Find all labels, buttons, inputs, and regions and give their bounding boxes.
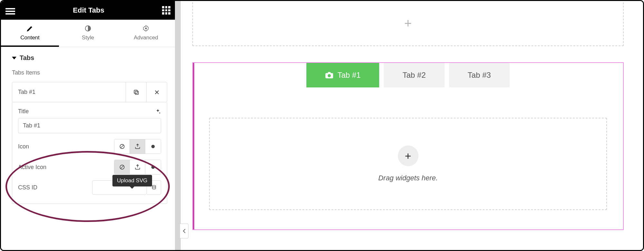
remove-button[interactable] (146, 82, 167, 102)
icon-upload-button[interactable] (130, 139, 145, 154)
active-icon-label: Active Icon (18, 164, 68, 171)
svg-point-7 (151, 166, 155, 169)
section-tabs[interactable]: Tabs (12, 54, 167, 62)
upload-icon (134, 143, 141, 150)
svg-rect-2 (135, 91, 138, 94)
panel-header: Edit Tabs (1, 1, 175, 20)
svg-point-11 (328, 74, 331, 77)
caret-down-icon (12, 56, 16, 60)
none-icon (119, 164, 125, 170)
tab-item-title: Tab #1 (12, 82, 126, 102)
circle-icon (150, 144, 156, 149)
camera-icon (325, 72, 333, 79)
sparkle-icon (155, 108, 161, 115)
upload-svg-tooltip: Upload SVG (112, 175, 152, 186)
svg-point-8 (152, 185, 156, 186)
title-input[interactable] (18, 118, 161, 133)
database-icon (151, 185, 157, 190)
panel-body: Tabs Tabs Items Tab #1 Title (1, 47, 175, 250)
tab-item-controls: Title Icon (12, 102, 167, 204)
copy-icon (133, 89, 139, 95)
tab-buttons-row: Tab #1 Tab #2 Tab #3 (193, 63, 623, 87)
upload-icon (134, 164, 141, 170)
tab-style[interactable]: Style (59, 20, 117, 47)
add-widget-button[interactable]: + (398, 146, 418, 166)
title-label: Title (18, 108, 29, 115)
menu-icon[interactable] (5, 7, 15, 14)
plus-icon: + (404, 17, 412, 30)
collapse-panel-button[interactable] (180, 224, 188, 238)
tab-button-3[interactable]: Tab #3 (449, 63, 510, 87)
panel-gutter (175, 1, 181, 250)
icon-library-button[interactable] (145, 139, 161, 154)
tab-content[interactable]: Content (1, 20, 59, 47)
pencil-icon (26, 25, 34, 32)
css-id-label: CSS ID (18, 184, 68, 191)
widget-drop-zone[interactable]: + Drag widgets here. (209, 118, 607, 210)
duplicate-button[interactable] (126, 82, 146, 102)
active-icon-none-button[interactable] (114, 160, 130, 174)
widget-accent (193, 63, 194, 229)
canvas: + Tab #1 Tab #2 Tab #3 + Drag (181, 1, 643, 250)
tabs-widget[interactable]: Tab #1 Tab #2 Tab #3 + Drag widgets here… (192, 62, 624, 230)
active-icon-picker (114, 160, 161, 175)
drop-hint-text: Drag widgets here. (378, 174, 438, 182)
none-icon (119, 143, 125, 150)
panel-tabs: Content Style Advanced (1, 20, 175, 47)
icon-none-button[interactable] (114, 139, 130, 154)
tabs-items-label: Tabs Items (12, 69, 167, 76)
plus-icon: + (405, 150, 411, 161)
tab-advanced[interactable]: Advanced (117, 20, 175, 47)
svg-point-1 (145, 27, 147, 29)
ai-sparkle-button[interactable] (155, 108, 161, 115)
editor-panel: Edit Tabs Content Style Advanced T (1, 1, 175, 250)
tab-button-1[interactable]: Tab #1 (306, 63, 379, 87)
apps-icon[interactable] (162, 6, 170, 15)
circle-icon (150, 165, 156, 170)
tab-item-row[interactable]: Tab #1 (12, 82, 167, 102)
section-drop-zone[interactable]: + (192, 1, 624, 46)
chevron-left-icon (183, 229, 186, 233)
contrast-icon (84, 25, 91, 32)
icon-picker (114, 139, 161, 154)
active-icon-library-button[interactable] (145, 160, 161, 174)
svg-point-5 (151, 145, 155, 148)
active-icon-upload-button[interactable] (130, 160, 145, 174)
gear-icon (142, 25, 149, 32)
svg-rect-3 (134, 90, 137, 93)
icon-label: Icon (18, 143, 68, 150)
panel-title: Edit Tabs (15, 6, 162, 15)
close-icon (154, 89, 160, 95)
svg-rect-10 (328, 72, 331, 74)
tab-button-2[interactable]: Tab #2 (384, 63, 444, 87)
